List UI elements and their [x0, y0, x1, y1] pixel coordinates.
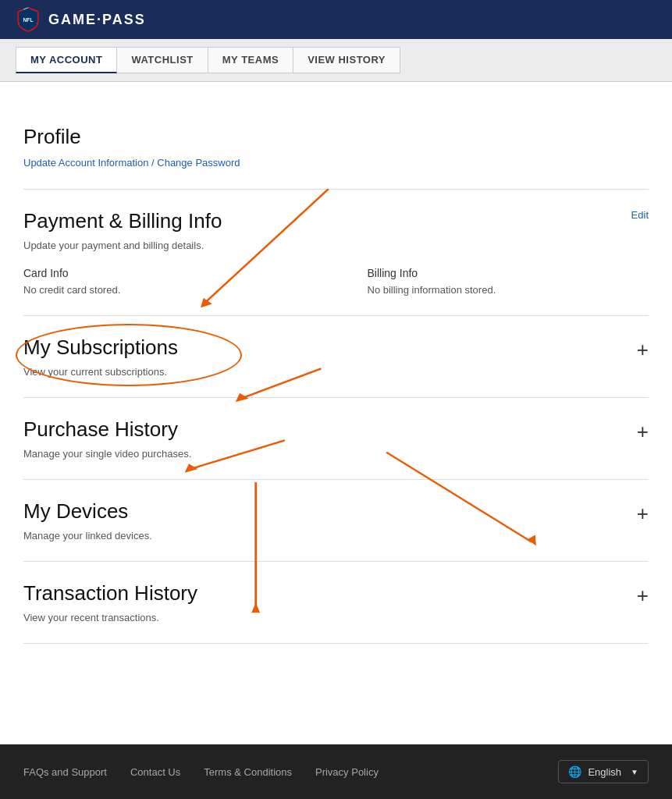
transaction-history-expand-icon: + — [637, 585, 649, 605]
my-devices-subtitle: Manage your linked devices. — [23, 530, 637, 542]
chevron-down-icon: ▼ — [631, 768, 638, 776]
purchase-history-expand-icon: + — [637, 421, 649, 442]
globe-icon: 🌐 — [568, 765, 581, 778]
header: NFL GAME·PASS — [0, 0, 672, 39]
payment-title: Payment & Billing Info — [23, 209, 222, 233]
tab-my-account[interactable]: MY ACCOUNT — [16, 47, 117, 73]
card-info-value: No credit card stored. — [23, 284, 305, 296]
my-devices-section[interactable]: My Devices Manage your linked devices. + — [23, 480, 649, 562]
transaction-history-section[interactable]: Transaction History View your recent tra… — [23, 562, 649, 644]
subscriptions-expand-icon: + — [637, 339, 649, 360]
tab-view-history[interactable]: VIEW HISTORY — [293, 47, 400, 73]
subscriptions-content: My Subscriptions View your current subsc… — [23, 336, 637, 378]
tab-watchlist[interactable]: WATCHLIST — [117, 47, 208, 73]
footer-links: FAQs and Support Contact Us Terms & Cond… — [23, 766, 379, 778]
payment-title-block: Payment & Billing Info Update your payme… — [23, 209, 222, 251]
billing-info-col: Billing Info No billing information stor… — [368, 267, 649, 296]
my-devices-expand-icon: + — [637, 503, 649, 524]
footer-terms-link[interactable]: Terms & Conditions — [204, 766, 292, 778]
content-wrapper: Profile Update Account Information / Cha… — [23, 105, 649, 644]
main-content: Profile Update Account Information / Cha… — [0, 82, 672, 744]
purchase-history-content: Purchase History Manage your single vide… — [23, 417, 637, 460]
update-account-link[interactable]: Update Account Information / Change Pass… — [23, 157, 240, 169]
profile-section: Profile Update Account Information / Cha… — [23, 105, 649, 190]
profile-title: Profile — [23, 125, 649, 149]
svg-text:NFL: NFL — [23, 17, 33, 23]
card-info-col: Card Info No credit card stored. — [23, 267, 305, 296]
nav-tabs: MY ACCOUNT WATCHLIST MY TEAMS VIEW HISTO… — [0, 39, 672, 82]
payment-edit-link[interactable]: Edit — [631, 209, 649, 221]
transaction-history-subtitle: View your recent transactions. — [23, 612, 637, 623]
payment-header: Payment & Billing Info Update your payme… — [23, 209, 649, 251]
game-pass-logo-text: GAME·PASS — [48, 12, 146, 28]
subscriptions-title: My Subscriptions — [23, 336, 637, 360]
language-selector[interactable]: 🌐 English ▼ — [558, 760, 649, 783]
payment-section: Payment & Billing Info Update your payme… — [23, 190, 649, 316]
tab-my-teams[interactable]: MY TEAMS — [208, 47, 293, 73]
footer-privacy-link[interactable]: Privacy Policy — [315, 766, 379, 778]
payment-grid: Card Info No credit card stored. Billing… — [23, 267, 649, 296]
payment-subtitle: Update your payment and billing details. — [23, 240, 222, 251]
transaction-history-content: Transaction History View your recent tra… — [23, 581, 637, 623]
purchase-history-section[interactable]: Purchase History Manage your single vide… — [23, 398, 649, 480]
footer-contact-link[interactable]: Contact Us — [130, 766, 180, 778]
billing-info-value: No billing information stored. — [368, 284, 649, 296]
logo-container: NFL GAME·PASS — [16, 7, 146, 32]
footer-faqs-link[interactable]: FAQs and Support — [23, 766, 107, 778]
card-info-title: Card Info — [23, 267, 305, 279]
purchase-history-subtitle: Manage your single video purchases. — [23, 448, 637, 460]
transaction-history-title: Transaction History — [23, 581, 637, 605]
my-devices-content: My Devices Manage your linked devices. — [23, 499, 637, 542]
nfl-shield-icon: NFL — [16, 7, 41, 32]
language-label: English — [588, 766, 621, 778]
subscriptions-subtitle: View your current subscriptions. — [23, 366, 637, 378]
billing-info-title: Billing Info — [368, 267, 649, 279]
purchase-history-title: Purchase History — [23, 417, 637, 442]
subscriptions-section[interactable]: My Subscriptions View your current subsc… — [23, 316, 649, 398]
footer: FAQs and Support Contact Us Terms & Cond… — [0, 744, 672, 799]
my-devices-title: My Devices — [23, 499, 637, 524]
